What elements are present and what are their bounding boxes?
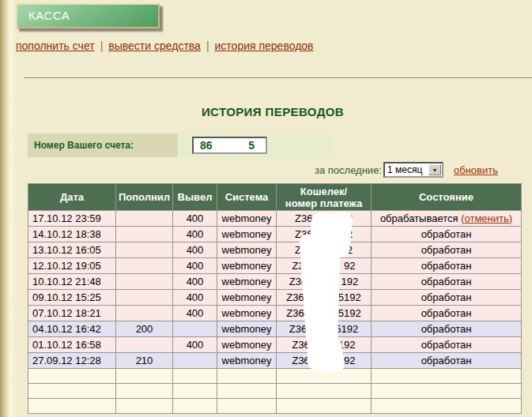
cell-withdraw <box>173 353 217 369</box>
cell-status: обработан <box>372 306 522 321</box>
header-withdraw: Вывел <box>173 184 217 211</box>
wallet-end: 92 <box>344 260 355 272</box>
cell-date: 10.10.12 21:48 <box>28 274 116 290</box>
wallet-end: 5192 <box>335 323 358 335</box>
account-row: Номер Вашего счета: 86 5 <box>28 133 332 157</box>
account-label-box: Номер Вашего счета: <box>28 133 178 157</box>
cancel-link[interactable]: отменить <box>465 212 509 224</box>
cell-date: 14.10.12 18:38 <box>28 227 116 242</box>
nav-separator: | <box>100 39 104 52</box>
period-label: за последние: <box>315 164 382 176</box>
cell-deposit: 210 <box>116 353 173 369</box>
wallet-end: 5192 <box>338 291 361 303</box>
cell-withdraw: 400 <box>173 258 217 274</box>
nav-separator: | <box>206 39 209 52</box>
cell-system: webmoney <box>217 258 277 274</box>
nav-link-withdraw[interactable]: вывести средства <box>108 39 201 52</box>
table-row: 09.10.12 15:25400webmoneyZ3665192обработ… <box>28 290 522 306</box>
cell-system: webmoney <box>217 306 277 321</box>
cell-system: webmoney <box>217 321 277 337</box>
status-text: обработан <box>421 355 472 366</box>
chevron-down-icon[interactable]: ▼ <box>428 164 441 175</box>
cell-withdraw: 400 <box>173 227 217 242</box>
nav-link-topup[interactable]: пополнить счет <box>16 39 95 52</box>
account-number-end: 5 <box>248 139 255 152</box>
account-number-start: 86 <box>200 139 213 152</box>
cell-date: 17.10.12 23:59 <box>28 211 116 227</box>
refresh-link[interactable]: обновить <box>454 164 498 176</box>
table-row: 27.09.12 12:28210webmoneyZ36192обработан <box>28 353 522 369</box>
header-system: Система <box>217 184 277 211</box>
cell-deposit <box>116 337 173 353</box>
cell-system: webmoney <box>217 211 277 227</box>
cell-deposit: 200 <box>116 321 173 337</box>
cell-deposit <box>116 274 173 290</box>
cell-withdraw <box>173 321 217 337</box>
cell-status: обработан <box>372 227 522 242</box>
wallet-end: 5192 <box>338 307 361 319</box>
cell-withdraw: 400 <box>173 306 217 321</box>
table-row: 14.10.12 18:38400webmoneyZ3692обработан <box>28 227 522 242</box>
table-row: 17.10.12 23:59400webmoneyZ3692обрабатыва… <box>28 211 522 227</box>
table-row: 07.10.12 18:21400webmoneyZ3665192обработ… <box>28 306 522 321</box>
cell-deposit <box>116 290 173 306</box>
status-text: обработан <box>421 244 472 256</box>
nav-link-history[interactable]: история переводов <box>215 39 314 52</box>
cell-withdraw: 400 <box>173 274 217 290</box>
cell-date: 07.10.12 18:21 <box>28 306 116 321</box>
period-select-value: 1 месяц <box>385 164 428 175</box>
cell-withdraw: 400 <box>173 242 217 258</box>
cell-withdraw: 400 <box>173 290 217 306</box>
account-label: Номер Вашего счета: <box>34 140 134 151</box>
cell-date: 12.10.12 19:05 <box>28 258 116 274</box>
header-wallet: Кошелек/ номер платежа <box>277 184 372 211</box>
cell-status: обработан <box>372 353 522 369</box>
page-left-border <box>0 0 16 417</box>
status-text: обработан <box>421 228 472 240</box>
status-text: обработан <box>421 291 472 303</box>
cell-deposit <box>116 306 173 321</box>
cell-status: обработан <box>372 258 522 274</box>
period-filter: за последние: 1 месяц ▼ обновить <box>315 162 498 178</box>
wallet-end: 192 <box>341 276 358 287</box>
cell-date: 01.10.12 16:58 <box>28 337 116 353</box>
cell-status: обработан <box>372 290 522 306</box>
empty-table-row <box>28 369 522 384</box>
status-text: обработан <box>421 339 472 351</box>
status-text: обработан <box>421 276 472 287</box>
account-number-input[interactable]: 86 5 <box>192 137 267 154</box>
history-table: Дата Пополнил Вывел Система Кошелек/ ном… <box>28 183 522 414</box>
header-date: Дата <box>28 184 116 211</box>
page-title: ИСТОРИЯ ПЕРЕВОДОВ <box>24 105 522 118</box>
cell-status: обрабатывается (отменить) <box>372 211 522 227</box>
divider <box>24 77 532 78</box>
cell-date: 27.09.12 12:28 <box>28 353 116 369</box>
status-text: обработан <box>421 323 472 335</box>
header-status: Состояние <box>372 184 522 211</box>
status-text: обработан <box>421 307 472 319</box>
cell-deposit <box>116 227 173 242</box>
header-deposit: Пополнил <box>116 184 173 211</box>
table-header-row: Дата Пополнил Вывел Система Кошелек/ ном… <box>28 184 522 211</box>
header-wallet-line1: Кошелек/ <box>300 186 347 197</box>
cell-status: обработан <box>372 321 522 337</box>
account-value-box: 86 5 <box>178 133 332 157</box>
period-select[interactable]: 1 месяц ▼ <box>383 162 443 178</box>
cell-system: webmoney <box>217 227 277 242</box>
empty-table-row <box>28 384 522 399</box>
table-row: 04.10.12 16:42200webmoneyZ365192обработа… <box>28 321 522 337</box>
cell-system: webmoney <box>217 274 277 290</box>
table-row: 13.10.12 16:05400webmoneyZ3692обработан <box>28 242 522 258</box>
cell-status: обработан <box>372 274 522 290</box>
censor-blob <box>315 336 345 374</box>
empty-table-row <box>28 399 522 414</box>
status-text: обрабатывается <box>380 212 458 224</box>
cell-status: обработан <box>372 242 522 258</box>
table-row: 12.10.12 19:05400webmoneyZ36092обработан <box>28 258 522 274</box>
cell-status: обработан <box>372 337 522 353</box>
cell-withdraw: 400 <box>173 211 217 227</box>
status-text: обработан <box>421 260 472 272</box>
banner-title: КАССА <box>28 9 70 22</box>
cell-deposit <box>116 211 173 227</box>
wallet-start: Z36 <box>289 323 307 335</box>
